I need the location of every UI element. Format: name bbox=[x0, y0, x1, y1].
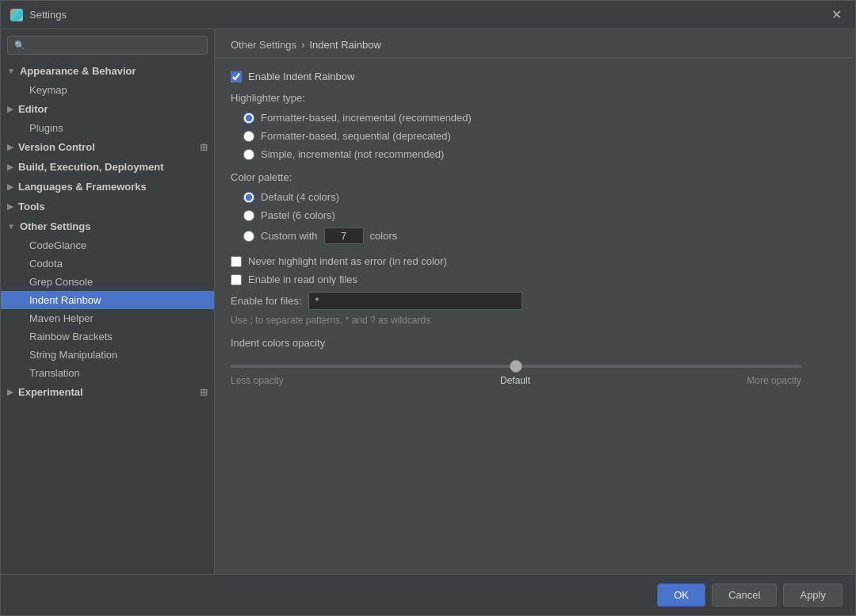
breadcrumb-current: Indent Rainbow bbox=[309, 39, 380, 51]
opacity-title: Indent colors opacity bbox=[231, 337, 839, 349]
highlighter-radio-incremental[interactable] bbox=[243, 113, 254, 124]
palette-default-label[interactable]: Default (4 colors) bbox=[261, 191, 339, 203]
sidebar-item-languages-label: Languages & Frameworks bbox=[18, 181, 147, 193]
custom-colors-input[interactable] bbox=[324, 228, 364, 244]
apply-button[interactable]: Apply bbox=[783, 583, 843, 606]
sidebar-item-build-label: Build, Execution, Deployment bbox=[18, 161, 163, 173]
palette-radio-custom[interactable] bbox=[243, 231, 254, 242]
expand-arrow-build: ▶ bbox=[7, 163, 13, 171]
sidebar-item-vc-label: Version Control bbox=[18, 141, 95, 153]
expand-arrow-editor: ▶ bbox=[7, 105, 13, 113]
sidebar-item-maven-helper[interactable]: Maven Helper bbox=[1, 309, 214, 327]
close-button[interactable]: ✕ bbox=[827, 6, 846, 25]
enable-indent-rainbow-checkbox[interactable] bbox=[231, 71, 242, 82]
sidebar-item-editor-label: Editor bbox=[18, 103, 48, 115]
ok-button[interactable]: OK bbox=[657, 583, 705, 606]
experimental-settings-icon: ⊞ bbox=[200, 387, 208, 398]
sidebar-item-indent-rainbow[interactable]: Indent Rainbow bbox=[1, 291, 214, 309]
sidebar-item-keymap[interactable]: Keymap bbox=[1, 81, 214, 99]
palette-pastel-label[interactable]: Pastel (6 colors) bbox=[261, 209, 335, 221]
sidebar-item-appearance-label: Appearance & Behavior bbox=[20, 65, 136, 77]
sidebar-item-codeglance[interactable]: CodeGlance bbox=[1, 236, 214, 254]
expand-arrow-experimental: ▶ bbox=[7, 388, 13, 396]
highlighter-option-3-label[interactable]: Simple, incremental (not recommended) bbox=[261, 148, 444, 160]
opacity-slider-container bbox=[231, 358, 839, 370]
highlighter-radio-sequential[interactable] bbox=[243, 131, 254, 142]
enable-readonly-label[interactable]: Enable in read only files bbox=[248, 274, 357, 285]
sidebar-item-string-manipulation[interactable]: String Manipulation bbox=[1, 346, 214, 364]
sidebar-item-translation-label: Translation bbox=[29, 367, 80, 379]
breadcrumb: Other Settings › Indent Rainbow bbox=[215, 29, 855, 58]
highlighter-option-3-row: Simple, incremental (not recommended) bbox=[243, 148, 839, 160]
search-box[interactable]: 🔍 bbox=[7, 36, 208, 55]
never-highlight-label[interactable]: Never highlight indent as error (in red … bbox=[248, 255, 447, 267]
settings-window: Settings ✕ 🔍 ▼ Appearance & Behavior Key… bbox=[0, 0, 856, 616]
highlighter-option-1-label[interactable]: Formatter-based, incremental (recommende… bbox=[261, 112, 472, 124]
sidebar-item-indent-rainbow-label: Indent Rainbow bbox=[29, 294, 101, 306]
palette-custom-row: Custom with colors bbox=[243, 228, 839, 244]
expand-arrow-appearance: ▼ bbox=[7, 67, 15, 75]
sidebar-item-build[interactable]: ▶ Build, Execution, Deployment bbox=[1, 157, 214, 177]
enable-readonly-row: Enable in read only files bbox=[231, 274, 839, 285]
enable-files-label: Enable for files: bbox=[231, 295, 302, 307]
sidebar-item-plugins-label: Plugins bbox=[29, 122, 63, 134]
breadcrumb-separator: › bbox=[301, 39, 304, 51]
sidebar-item-rainbow-brackets-label: Rainbow Brackets bbox=[29, 331, 113, 342]
sidebar-item-grep-label: Grep Console bbox=[29, 276, 93, 288]
never-highlight-checkbox[interactable] bbox=[231, 256, 242, 267]
highlighter-type-label: Highlighter type: bbox=[231, 92, 839, 104]
expand-arrow-other: ▼ bbox=[7, 222, 15, 231]
breadcrumb-parent: Other Settings bbox=[231, 39, 296, 51]
sidebar-item-grep-console[interactable]: Grep Console bbox=[1, 273, 214, 291]
sidebar-item-other-settings[interactable]: ▼ Other Settings bbox=[1, 216, 214, 236]
window-title: Settings bbox=[29, 9, 827, 21]
main-content: Other Settings › Indent Rainbow Enable I… bbox=[215, 29, 855, 574]
enable-files-row: Enable for files: bbox=[231, 292, 839, 310]
sidebar-item-rainbow-brackets[interactable]: Rainbow Brackets bbox=[1, 327, 214, 346]
sidebar-item-plugins[interactable]: Plugins bbox=[1, 119, 214, 137]
search-icon: 🔍 bbox=[14, 40, 25, 51]
slider-label-less: Less opacity bbox=[231, 375, 284, 386]
sidebar-item-version-control[interactable]: ▶ Version Control ⊞ bbox=[1, 137, 214, 157]
opacity-slider[interactable] bbox=[231, 365, 801, 368]
sidebar-item-tools[interactable]: ▶ Tools bbox=[1, 197, 214, 216]
titlebar: Settings ✕ bbox=[1, 1, 855, 29]
highlighter-option-2-row: Formatter-based, sequential (deprecated) bbox=[243, 130, 839, 142]
cancel-button[interactable]: Cancel bbox=[712, 583, 777, 606]
palette-radio-pastel[interactable] bbox=[243, 210, 254, 221]
footer: OK Cancel Apply bbox=[1, 574, 855, 615]
sidebar-item-editor[interactable]: ▶ Editor bbox=[1, 99, 214, 119]
expand-arrow-tools: ▶ bbox=[7, 202, 13, 211]
sidebar-item-codota[interactable]: Codota bbox=[1, 254, 214, 273]
enable-indent-rainbow-row: Enable Indent Rainbow bbox=[231, 71, 839, 82]
sidebar-item-experimental[interactable]: ▶ Experimental ⊞ bbox=[1, 382, 214, 402]
sidebar-item-codota-label: Codota bbox=[29, 258, 63, 270]
sidebar-item-other-settings-label: Other Settings bbox=[20, 220, 91, 232]
sidebar-item-appearance[interactable]: ▼ Appearance & Behavior bbox=[1, 61, 214, 81]
never-highlight-row: Never highlight indent as error (in red … bbox=[231, 255, 839, 267]
sidebar-item-string-label: String Manipulation bbox=[29, 349, 117, 361]
content-area: 🔍 ▼ Appearance & Behavior Keymap ▶ Edito… bbox=[1, 29, 855, 574]
palette-radio-default[interactable] bbox=[243, 192, 254, 203]
palette-default-row: Default (4 colors) bbox=[243, 191, 839, 203]
sidebar-item-translation[interactable]: Translation bbox=[1, 364, 214, 382]
color-palette-group: Default (4 colors) Pastel (6 colors) Cus… bbox=[243, 191, 839, 244]
sidebar-item-languages[interactable]: ▶ Languages & Frameworks bbox=[1, 177, 214, 197]
expand-arrow-vc: ▶ bbox=[7, 143, 13, 151]
highlighter-option-1-row: Formatter-based, incremental (recommende… bbox=[243, 112, 839, 124]
sidebar-item-tools-label: Tools bbox=[18, 201, 45, 212]
highlighter-option-2-label[interactable]: Formatter-based, sequential (deprecated) bbox=[261, 130, 451, 142]
enable-readonly-checkbox[interactable] bbox=[231, 274, 242, 285]
vc-settings-icon: ⊞ bbox=[200, 142, 208, 153]
enable-files-input[interactable] bbox=[308, 292, 522, 310]
palette-pastel-row: Pastel (6 colors) bbox=[243, 209, 839, 221]
slider-label-default: Default bbox=[500, 375, 530, 386]
enable-indent-rainbow-label[interactable]: Enable Indent Rainbow bbox=[248, 71, 354, 82]
app-icon bbox=[10, 9, 23, 21]
expand-arrow-languages: ▶ bbox=[7, 182, 13, 191]
palette-custom-label[interactable]: Custom with bbox=[261, 230, 318, 242]
highlighter-radio-simple[interactable] bbox=[243, 149, 254, 160]
color-palette-label: Color palette: bbox=[231, 171, 839, 183]
custom-colors-suffix: colors bbox=[370, 230, 398, 242]
search-input[interactable] bbox=[29, 40, 201, 51]
